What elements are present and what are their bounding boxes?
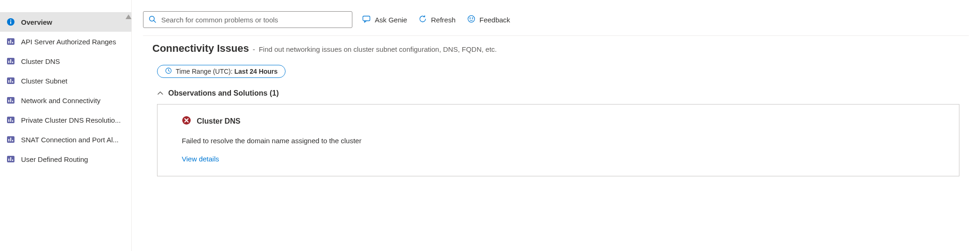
content-area: Connectivity Issues - Find out networkin… — [143, 36, 969, 176]
view-details-link[interactable]: View details — [182, 155, 935, 163]
sidebar: Overview API Server Authorized Ranges Cl… — [0, 0, 132, 251]
page-subtitle-sep: - — [253, 45, 255, 53]
svg-rect-6 — [12, 42, 13, 43]
svg-rect-16 — [8, 100, 9, 102]
svg-rect-29 — [10, 157, 11, 161]
main-content: Ask Genie Refresh Feedback Connectivity … — [132, 0, 980, 251]
feedback-label: Feedback — [479, 16, 510, 24]
page-title: Connectivity Issues — [152, 42, 249, 55]
svg-point-2 — [10, 20, 11, 21]
chart-icon — [7, 135, 15, 144]
sidebar-item-user-defined-routing[interactable]: User Defined Routing — [0, 149, 131, 169]
svg-rect-30 — [12, 160, 13, 161]
svg-rect-28 — [8, 159, 9, 161]
svg-rect-1 — [10, 21, 11, 24]
svg-line-32 — [154, 21, 156, 22]
ask-genie-label: Ask Genie — [375, 16, 407, 24]
chart-icon — [7, 96, 15, 105]
page-subtitle: Find out networking issues on cluster su… — [259, 45, 497, 53]
time-range-value: Last 24 Hours — [235, 68, 278, 75]
card-title: Cluster DNS — [197, 117, 240, 126]
refresh-label: Refresh — [431, 16, 456, 24]
sidebar-item-network-connectivity[interactable]: Network and Connectivity — [0, 91, 131, 110]
svg-point-34 — [468, 15, 474, 22]
svg-rect-18 — [12, 101, 13, 102]
svg-rect-26 — [12, 140, 13, 141]
time-range-pill[interactable]: Time Range (UTC): Last 24 Hours — [157, 65, 286, 78]
observation-card: Cluster DNS Failed to resolve the domain… — [157, 104, 959, 176]
error-icon — [182, 116, 191, 126]
section-title: Observations and Solutions (1) — [168, 89, 279, 98]
svg-rect-20 — [8, 119, 9, 122]
time-range-prefix: Time Range (UTC): — [176, 68, 235, 75]
refresh-icon — [418, 14, 427, 25]
sidebar-item-label: Network and Connectivity — [21, 97, 100, 105]
chart-icon — [7, 77, 15, 85]
sidebar-item-label: Cluster Subnet — [21, 77, 67, 85]
sidebar-item-label: Overview — [21, 18, 52, 26]
sidebar-item-snat-connection[interactable]: SNAT Connection and Port Al... — [0, 130, 131, 149]
sidebar-item-label: API Server Authorized Ranges — [21, 38, 116, 46]
sidebar-item-label: Cluster DNS — [21, 57, 60, 65]
svg-rect-17 — [10, 98, 11, 102]
svg-rect-21 — [10, 118, 11, 122]
svg-rect-12 — [8, 80, 9, 83]
svg-rect-25 — [10, 138, 11, 141]
sidebar-item-label: User Defined Routing — [21, 155, 88, 163]
search-box[interactable] — [143, 11, 352, 28]
observations-toggle[interactable]: Observations and Solutions (1) — [157, 89, 959, 98]
clock-icon — [165, 67, 172, 76]
chat-icon — [362, 14, 371, 25]
svg-rect-22 — [12, 120, 13, 122]
svg-rect-9 — [10, 59, 11, 63]
svg-rect-10 — [12, 62, 13, 63]
svg-point-35 — [470, 18, 471, 19]
chevron-up-icon — [157, 90, 164, 97]
svg-rect-14 — [12, 81, 13, 83]
sidebar-collapse-toggle[interactable] — [126, 14, 132, 19]
sidebar-item-label: SNAT Connection and Port Al... — [21, 136, 119, 144]
chart-icon — [7, 155, 15, 163]
svg-rect-24 — [8, 139, 9, 141]
info-icon — [7, 18, 15, 26]
svg-rect-13 — [10, 79, 11, 83]
chart-icon — [7, 116, 15, 124]
sidebar-item-label: Private Cluster DNS Resolutio... — [21, 116, 121, 124]
ask-genie-button[interactable]: Ask Genie — [360, 12, 409, 28]
svg-point-36 — [472, 18, 473, 19]
refresh-button[interactable]: Refresh — [416, 12, 458, 28]
card-message: Failed to resolve the domain name assign… — [182, 137, 935, 145]
search-icon — [148, 15, 157, 25]
sidebar-item-overview[interactable]: Overview — [0, 12, 131, 32]
chart-icon — [7, 57, 15, 65]
sidebar-item-cluster-subnet[interactable]: Cluster Subnet — [0, 71, 131, 91]
svg-rect-4 — [8, 41, 9, 43]
chart-icon — [7, 37, 15, 46]
sidebar-item-private-cluster-dns[interactable]: Private Cluster DNS Resolutio... — [0, 110, 131, 130]
smiley-icon — [467, 14, 476, 25]
feedback-button[interactable]: Feedback — [465, 12, 512, 28]
svg-rect-33 — [363, 16, 370, 21]
sidebar-item-api-server-ranges[interactable]: API Server Authorized Ranges — [0, 32, 131, 51]
search-input[interactable] — [161, 16, 347, 24]
toolbar: Ask Genie Refresh Feedback — [143, 11, 969, 36]
page-title-row: Connectivity Issues - Find out networkin… — [152, 42, 959, 55]
svg-rect-5 — [10, 40, 11, 43]
sidebar-item-cluster-dns[interactable]: Cluster DNS — [0, 51, 131, 71]
svg-rect-8 — [8, 61, 9, 63]
